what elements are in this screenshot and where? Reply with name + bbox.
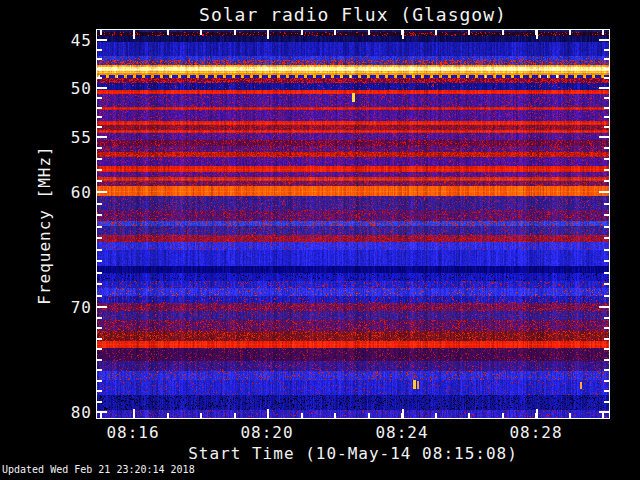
x-tick-label-0824: 08:24	[375, 423, 428, 442]
x-tick-label-0816: 08:16	[106, 423, 159, 442]
y-tick-label-50: 50	[40, 79, 92, 98]
updated-timestamp: Updated Wed Feb 21 23:20:14 2018	[2, 464, 195, 475]
plot-area	[96, 29, 610, 419]
y-tick-label-55: 55	[40, 128, 92, 147]
y-tick-label-70: 70	[40, 298, 92, 317]
spectrogram-canvas	[97, 30, 609, 418]
chart-title: Solar radio Flux (Glasgow)	[97, 4, 609, 25]
x-tick-label-0828: 08:28	[509, 423, 562, 442]
spectrogram-page: Solar radio Flux (Glasgow) Frequency [MH…	[0, 0, 640, 480]
y-tick-label-80: 80	[40, 403, 92, 422]
y-axis-label: Frequency [MHz]	[35, 145, 54, 305]
x-tick-label-0820: 08:20	[240, 423, 293, 442]
y-tick-label-60: 60	[40, 183, 92, 202]
x-axis-label: Start Time (10-May-14 08:15:08)	[188, 444, 518, 463]
y-tick-label-45: 45	[40, 31, 92, 50]
